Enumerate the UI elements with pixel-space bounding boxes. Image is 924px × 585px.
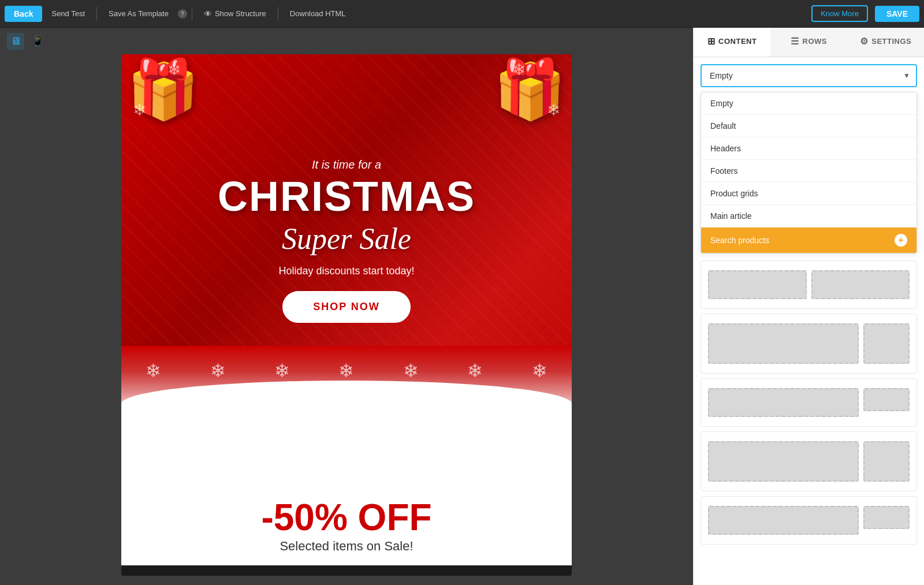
block-item-4-1 <box>708 441 859 482</box>
rows-tab-label: ROWS <box>803 37 827 46</box>
banner-top-decor: 🎁 🎁 ❄ ❄ ❄ ❄ <box>121 54 572 158</box>
show-structure-button[interactable]: 👁 Show Structure <box>197 6 273 22</box>
sale-desc: Selected items on Sale! <box>133 539 560 554</box>
sf-4: ❄ <box>338 360 354 382</box>
banner-subtitle: It is time for a <box>218 158 475 172</box>
toolbar: Back Send Test Save As Template ? 👁 Show… <box>0 0 924 28</box>
content-tab-label: CONTENT <box>718 37 757 46</box>
main-area: 🖥 📱 🎁 🎁 ❄ ❄ ❄ ❄ <box>0 28 924 585</box>
shop-now-button[interactable]: SHOP NOW <box>282 291 411 323</box>
download-html-button[interactable]: Download HTML <box>283 6 353 21</box>
divider-1 <box>96 7 97 21</box>
canvas-area: 🖥 📱 🎁 🎁 ❄ ❄ ❄ ❄ <box>0 28 693 585</box>
email-preview: 🎁 🎁 ❄ ❄ ❄ ❄ It is time for a CHRISTMAS S… <box>121 54 572 576</box>
back-button[interactable]: Back <box>5 6 42 22</box>
send-test-button[interactable]: Send Test <box>44 6 92 21</box>
save-button[interactable]: SAVE <box>875 6 919 22</box>
banner-script-title: Super Sale <box>218 222 475 256</box>
desktop-icon: 🖥 <box>10 35 21 47</box>
content-blocks <box>701 260 917 545</box>
email-content: 🎁 🎁 ❄ ❄ ❄ ❄ It is time for a CHRISTMAS S… <box>121 54 572 565</box>
mobile-icon: 📱 <box>31 35 44 47</box>
eye-icon: 👁 <box>204 9 212 18</box>
panel-content: Empty Default Headers Footers Product gr… <box>694 57 924 585</box>
mobile-view-button[interactable]: 📱 <box>28 32 47 50</box>
show-structure-label: Show Structure <box>215 9 266 18</box>
right-panel: ⊞ CONTENT ☰ ROWS ⚙ SETTINGS Empty Defaul… <box>693 28 924 585</box>
rows-tab-icon: ☰ <box>791 36 799 47</box>
block-item-1-2 <box>811 270 910 299</box>
snowflake-mid-right: ❄ <box>547 100 560 120</box>
snowflake-top-left: ❄ <box>167 60 181 79</box>
content-tab-icon: ⊞ <box>707 36 716 47</box>
menu-item-empty[interactable]: Empty <box>701 92 916 115</box>
sale-percent: -50% OFF <box>133 496 560 539</box>
sale-section: -50% OFF Selected items on Sale! <box>121 473 572 565</box>
menu-item-headers[interactable]: Headers <box>701 137 916 160</box>
banner-title: CHRISTMAS <box>218 174 475 219</box>
content-block-row-3 <box>701 378 917 427</box>
tab-content[interactable]: ⊞ CONTENT <box>694 28 770 57</box>
block-item-3-2 <box>863 388 910 411</box>
save-as-template-help-icon[interactable]: ? <box>178 9 187 18</box>
snowflake-mid-left: ❄ <box>133 100 146 120</box>
snow-bottom: ❄ ❄ ❄ ❄ ❄ ❄ ❄ <box>121 346 572 473</box>
content-block-row-2 <box>701 314 917 374</box>
menu-item-product-grids[interactable]: Product grids <box>701 182 916 205</box>
snowflake-top-right: ❄ <box>512 60 526 79</box>
sf-5: ❄ <box>403 360 419 382</box>
banner-text-area: It is time for a CHRISTMAS Super Sale Ho… <box>195 158 498 323</box>
sf-7: ❄ <box>532 360 547 382</box>
content-block-row-1 <box>701 260 917 309</box>
category-dropdown[interactable]: Empty Default Headers Footers Product gr… <box>701 64 917 87</box>
sf-1: ❄ <box>146 360 161 382</box>
content-block-row-5 <box>701 496 917 545</box>
block-item-3-1 <box>708 388 859 417</box>
sf-3: ❄ <box>274 360 290 382</box>
menu-item-footers[interactable]: Footers <box>701 160 916 182</box>
desktop-view-button[interactable]: 🖥 <box>7 33 24 50</box>
content-block-row-4 <box>701 431 917 491</box>
divider-3 <box>278 7 278 21</box>
dropdown-wrapper: Empty Default Headers Footers Product gr… <box>701 64 917 87</box>
block-item-2-2 <box>863 323 910 364</box>
settings-tab-icon: ⚙ <box>860 36 869 47</box>
panel-tabs: ⊞ CONTENT ☰ ROWS ⚙ SETTINGS <box>694 28 924 57</box>
sf-2: ❄ <box>210 360 226 382</box>
divider-2 <box>192 7 192 21</box>
tab-settings[interactable]: ⚙ SETTINGS <box>847 28 924 57</box>
search-products-label: Search products <box>710 236 769 245</box>
block-item-1-1 <box>708 270 807 299</box>
block-item-2-1 <box>708 323 859 364</box>
sf-6: ❄ <box>467 360 483 382</box>
email-preview-wrapper: 🎁 🎁 ❄ ❄ ❄ ❄ It is time for a CHRISTMAS S… <box>0 54 693 585</box>
christmas-banner: 🎁 🎁 ❄ ❄ ❄ ❄ It is time for a CHRISTMAS S… <box>121 54 572 473</box>
know-more-button[interactable]: Know More <box>811 5 868 22</box>
settings-tab-label: SETTINGS <box>871 37 911 46</box>
menu-item-search-products[interactable]: Search products + <box>701 228 916 253</box>
block-item-4-2 <box>863 441 910 482</box>
snow-overlay <box>121 381 572 473</box>
block-item-5-2 <box>863 506 910 529</box>
menu-item-default[interactable]: Default <box>701 115 916 137</box>
add-search-products-button[interactable]: + <box>895 234 907 247</box>
save-as-template-button[interactable]: Save As Template <box>102 6 176 21</box>
block-item-5-1 <box>708 506 859 535</box>
tab-rows[interactable]: ☰ ROWS <box>770 28 847 57</box>
dropdown-menu: Empty Default Headers Footers Product gr… <box>701 92 917 254</box>
menu-item-main-article[interactable]: Main article <box>701 205 916 228</box>
device-toolbar: 🖥 📱 <box>0 28 693 54</box>
banner-description: Holiday discounts start today! <box>218 265 475 277</box>
